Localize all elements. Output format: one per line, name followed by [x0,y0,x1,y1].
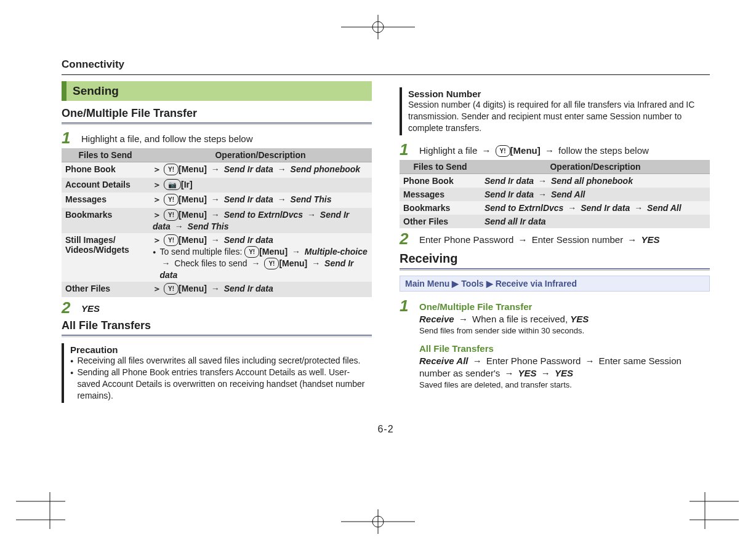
row-label: Account Details [62,178,149,193]
row-label: Phone Book [62,162,149,178]
registration-mark-left [16,492,65,529]
callout-title: Session Number [408,89,710,99]
step-number: 1 [62,130,74,146]
recv-head: All File Transfers [419,343,710,355]
separator [62,335,372,337]
th-files: Files to Send [400,160,481,174]
softkey-y-icon [496,145,510,157]
table-row: Bookmarks ＞[Menu] → Send to ExtrnlDvcs →… [62,208,372,233]
table-row: Messages Send Ir data → Send All [400,188,710,201]
step-text: Enter Phone Password → Enter Session num… [419,231,660,247]
recv-head: One/Multiple File Transfer [419,301,710,313]
row-label: Other Files [62,282,149,297]
table-row: Phone Book ＞[Menu] → Send Ir data → Send… [62,162,372,178]
section-heading-sending: Sending [62,81,372,101]
separator [400,268,710,271]
softkey-y-icon [164,209,179,221]
page-number: 6-2 [62,424,710,435]
send-all-operations-table: Files to Send Operation/Description Phon… [400,160,710,228]
step-number: 1 [400,141,412,157]
subhead-all-transfers: All File Transfers [62,319,372,332]
row-label: Phone Book [400,173,481,188]
callout-body: Session number (4 digits) is required fo… [408,99,710,134]
th-operation: Operation/Description [481,160,710,174]
precaution-callout: Precaution Receiving all files overwrite… [62,343,372,403]
row-op: ＞[Menu] → Send Ir data → Send phonebook [149,162,372,178]
left-column: Sending One/Multiple File Transfer 1 Hig… [62,81,372,409]
step-text: Highlight a file → [Menu] → follow the s… [419,141,649,157]
subhead-one-multiple: One/Multiple File Transfer [62,107,372,120]
table-row: Messages ＞[Menu] → Send Ir data → Send T… [62,193,372,208]
row-op: ＞[Menu] → Send Ir data To send multiple … [149,233,372,282]
row-label: Still Images/ Videos/Widgets [62,233,149,282]
table-row: Other Files Send all Ir data [400,215,710,228]
menu-path: Main Menu▶Tools▶Receive via Infrared [400,276,710,292]
row-label: Bookmarks [400,201,481,215]
table-row: Still Images/ Videos/Widgets ＞[Menu] → S… [62,233,372,282]
bullet-icon [153,247,156,280]
recv-note: Saved files are deleted, and transfer st… [419,380,710,391]
softkey-y-icon [164,283,179,295]
row-op: ＞[Ir] [149,178,372,193]
subhead-receiving: Receiving [400,252,710,266]
triangle-icon: ▶ [484,279,496,288]
row-label: Messages [400,188,481,201]
step-1: 1 Highlight a file → [Menu] → follow the… [400,141,710,157]
chapter-rule [62,74,710,75]
step-number: 2 [400,231,412,247]
row-op: ＞[Menu] → Send to ExtrnlDvcs → Send Ir d… [149,208,372,233]
th-operation: Operation/Description [149,148,372,162]
callout-title: Precaution [70,344,372,355]
softkey-y-icon [264,258,279,269]
callout-line: Receiving all files overwrites all saved… [77,355,360,367]
registration-mark-bottom [341,509,415,534]
right-column: Session Number Session number (4 digits)… [400,81,710,409]
softkey-y-icon [244,246,259,258]
softkey-y-icon [164,194,179,205]
session-number-callout: Session Number Session number (4 digits)… [400,87,710,135]
separator [62,122,372,125]
row-label: Bookmarks [62,208,149,233]
step-text: Highlight a file, and follow the steps b… [81,130,253,146]
step-2: 2 YES [62,300,372,316]
table-row: Phone Book Send Ir data → Send all phone… [400,173,710,188]
triangle-icon: ▶ [449,279,461,288]
row-label: Other Files [400,215,481,228]
table-row: Other Files ＞[Menu] → Send Ir data [62,282,372,297]
row-op: Send all Ir data [481,215,710,228]
row-op: Send Ir data → Send All [481,188,710,201]
step-text: One/Multiple File Transfer Receive → Whe… [419,298,710,391]
softkey-y-icon [164,164,179,175]
th-files: Files to Send [62,148,149,162]
step-2: 2 Enter Phone Password → Enter Session n… [400,231,710,247]
table-row: Bookmarks Send to ExtrnlDvcs → Send Ir d… [400,201,710,215]
softkey-y-icon [164,234,179,246]
receive-step-1: 1 One/Multiple File Transfer Receive → W… [400,298,710,391]
step-number: 2 [62,300,74,316]
row-op: ＞[Menu] → Send Ir data [149,282,372,297]
step-text: YES [81,303,100,314]
registration-mark-top [341,15,415,39]
recv-note: Send files from sender side within 30 se… [419,325,710,336]
row-op: Send Ir data → Send all phonebook [481,173,710,188]
send-operations-table: Files to Send Operation/Description Phon… [62,148,372,297]
table-row: Account Details ＞[Ir] [62,178,372,193]
bullet-icon [70,367,73,402]
row-op: Send to ExtrnlDvcs → Send Ir data → Send… [481,201,710,215]
registration-mark-right [690,492,739,529]
row-label: Messages [62,193,149,208]
chapter-title: Connectivity [62,58,710,71]
softkey-camera-icon [164,179,181,190]
bullet-icon [70,355,73,367]
step-number: 1 [400,298,412,391]
row-op: ＞[Menu] → Send Ir data → Send This [149,193,372,208]
step-1: 1 Highlight a file, and follow the steps… [62,130,372,146]
callout-line: Sending all Phone Book entries transfers… [77,367,372,402]
